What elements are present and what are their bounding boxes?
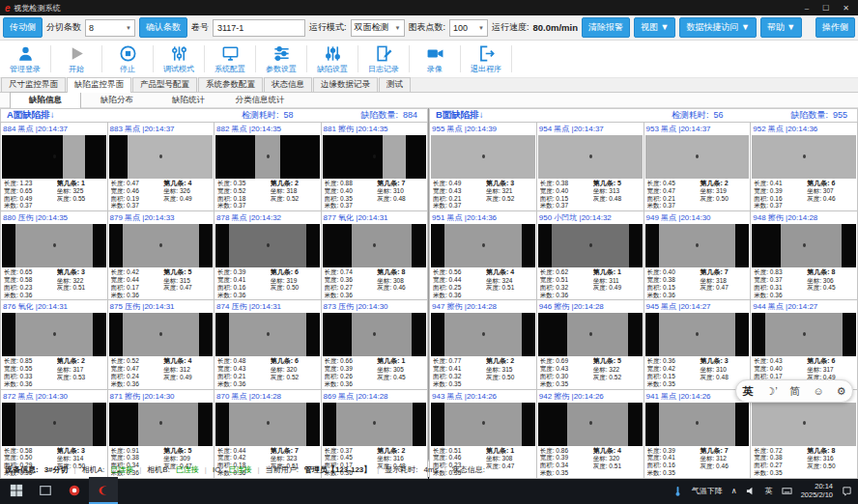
start-button[interactable] bbox=[2, 477, 31, 504]
defect-cell[interactable]: 883 黑点 |20:14:37 长度: 0.47 宽度: 0.46 面积: 0… bbox=[108, 123, 214, 210]
defect-cell[interactable]: 942 擦伤 |20:14:26 长度: 0.86 宽度: 0.39 面积: 0… bbox=[537, 390, 644, 478]
defect-image[interactable] bbox=[109, 135, 214, 179]
defect-image[interactable] bbox=[645, 403, 750, 446]
chart-points-select[interactable]: 100▼ bbox=[449, 19, 488, 37]
defect-image[interactable] bbox=[109, 403, 214, 446]
clear-alarm-button[interactable]: 清除报警 bbox=[582, 17, 630, 38]
defect-cell[interactable]: 879 黑点 |20:14:33 长度: 0.42 宽度: 0.44 面积: 0… bbox=[108, 211, 214, 299]
defect-image[interactable] bbox=[2, 135, 106, 179]
defect-image[interactable] bbox=[323, 224, 427, 267]
ime-toolbar[interactable]: 英☽’简☺⚙ bbox=[735, 379, 853, 403]
defect-cell[interactable]: 941 黑点 |20:14:26 长度: 0.39 宽度: 0.41 面积: 0… bbox=[644, 390, 751, 478]
subtab-0[interactable]: 缺陷信息 bbox=[10, 92, 81, 109]
defect-cell[interactable]: 948 擦伤 |20:14:28 长度: 0.83 宽度: 0.37 面积: 0… bbox=[751, 211, 857, 299]
tray-expand-caret[interactable]: ∧ bbox=[731, 487, 737, 495]
toolbar-button-camera[interactable]: 录像 bbox=[410, 41, 460, 77]
defect-cell[interactable]: 955 黑点 |20:14:39 长度: 0.49 宽度: 0.43 面积: 0… bbox=[430, 123, 536, 210]
ime-simplified[interactable]: 简 bbox=[790, 384, 801, 399]
defect-image[interactable] bbox=[109, 313, 214, 356]
defect-image[interactable] bbox=[323, 135, 427, 179]
defect-cell[interactable]: 873 压伤 |20:14:30 长度: 0.66 宽度: 0.39 面积: 0… bbox=[322, 300, 428, 388]
defect-image[interactable] bbox=[752, 313, 856, 356]
defect-cell[interactable]: 945 黑点 |20:14:27 长度: 0.36 宽度: 0.42 面积: 0… bbox=[644, 300, 751, 388]
toolbar-button-user[interactable]: 管理登录 bbox=[0, 41, 50, 77]
task-view-button[interactable] bbox=[31, 477, 60, 504]
keyboard-icon[interactable] bbox=[782, 486, 792, 496]
tab-4[interactable]: 状态信息 bbox=[264, 77, 312, 92]
toolbar-button-stop[interactable]: 停止 bbox=[102, 41, 153, 77]
defect-cell[interactable]: 946 擦伤 |20:14:28 长度: 0.69 宽度: 0.43 面积: 0… bbox=[537, 300, 644, 388]
defect-image[interactable] bbox=[645, 224, 750, 267]
defect-cell[interactable]: 878 黑点 |20:14:32 长度: 0.39 宽度: 0.41 面积: 0… bbox=[214, 211, 321, 299]
tab-6[interactable]: 测试 bbox=[379, 77, 411, 92]
tab-3[interactable]: 系统参数配置 bbox=[198, 77, 263, 92]
confirm-strips-button[interactable]: 确认条数 bbox=[139, 17, 187, 38]
defect-cell[interactable]: 880 压伤 |20:14:35 长度: 0.65 宽度: 0.58 面积: 0… bbox=[1, 211, 107, 299]
defect-cell[interactable]: 944 黑点 |20:14:27 长度: 0.43 宽度: 0.40 面积: 0… bbox=[751, 300, 857, 388]
taskbar-clock[interactable]: 20:14 2025/2/10 bbox=[801, 482, 833, 500]
weather-text[interactable]: 气温下降 bbox=[692, 486, 723, 496]
ime-moon[interactable]: ☽’ bbox=[765, 385, 777, 398]
defect-image[interactable] bbox=[215, 313, 320, 356]
operate-side-button[interactable]: 操作侧 bbox=[815, 17, 855, 38]
defect-image[interactable] bbox=[645, 135, 750, 179]
toolbar-button-monitor[interactable]: 系统配置 bbox=[205, 41, 255, 77]
notification-center-icon[interactable] bbox=[842, 486, 852, 496]
defect-image[interactable] bbox=[323, 313, 427, 356]
defect-image[interactable] bbox=[538, 403, 643, 446]
defect-cell[interactable]: 884 黑点 |20:14:37 长度: 1.23 宽度: 0.65 面积: 0… bbox=[1, 123, 107, 210]
defect-cell[interactable]: 875 压伤 |20:14:31 长度: 0.52 宽度: 0.47 面积: 0… bbox=[108, 300, 214, 388]
defect-cell[interactable]: 949 黑点 |20:14:30 长度: 0.40 宽度: 0.38 面积: 0… bbox=[644, 211, 751, 299]
defect-cell[interactable]: 876 氧化 |20:14:31 长度: 0.85 宽度: 0.55 面积: 0… bbox=[1, 300, 107, 388]
defect-image[interactable] bbox=[431, 403, 535, 446]
toolbar-button-sliders-h[interactable]: 参数设置 bbox=[256, 41, 306, 77]
help-menu-button[interactable]: 帮助 ▼ bbox=[760, 17, 802, 38]
defect-cell[interactable]: 953 黑点 |20:14:37 长度: 0.45 宽度: 0.47 面积: 0… bbox=[644, 123, 751, 210]
defect-cell[interactable]: 940 擦伤 |20:14:26 长度: 0.72 宽度: 0.38 面积: 0… bbox=[751, 390, 857, 478]
maximize-button[interactable]: ☐ bbox=[822, 4, 829, 13]
ime-settings[interactable]: ⚙ bbox=[837, 385, 846, 398]
defect-image[interactable] bbox=[215, 224, 320, 267]
defect-cell[interactable]: 882 黑点 |20:14:35 长度: 0.35 宽度: 0.52 面积: 0… bbox=[214, 123, 321, 210]
run-mode-select[interactable]: 双面检测▼ bbox=[351, 19, 405, 37]
language-indicator[interactable]: 英 bbox=[765, 486, 773, 496]
defect-image[interactable] bbox=[431, 135, 535, 179]
tab-5[interactable]: 边缘数据记录 bbox=[313, 77, 378, 92]
inspection-app-taskbar-icon[interactable] bbox=[89, 477, 118, 504]
defect-image[interactable] bbox=[431, 313, 535, 356]
subtab-2[interactable]: 缺陷统计 bbox=[153, 93, 224, 108]
defect-cell[interactable]: 877 氧化 |20:14:31 长度: 0.74 宽度: 0.36 面积: 0… bbox=[322, 211, 428, 299]
ime-emoji[interactable]: ☺ bbox=[813, 385, 823, 397]
defect-image[interactable] bbox=[323, 403, 427, 446]
defect-cell[interactable]: 951 黑点 |20:14:36 长度: 0.56 宽度: 0.44 面积: 0… bbox=[430, 211, 536, 299]
drive-side-button[interactable]: 传动侧 bbox=[3, 17, 43, 38]
defect-image[interactable] bbox=[645, 313, 750, 356]
tab-1[interactable]: 缺陷监控界面 bbox=[67, 77, 131, 93]
defect-image[interactable] bbox=[538, 313, 643, 356]
defect-cell[interactable]: 950 小凹坑 |20:14:32 长度: 0.62 宽度: 0.51 面积: … bbox=[537, 211, 644, 299]
defect-cell[interactable]: 954 黑点 |20:14:37 长度: 0.38 宽度: 0.40 面积: 0… bbox=[537, 123, 644, 210]
strip-count-select[interactable]: 8▼ bbox=[85, 19, 135, 37]
defect-cell[interactable]: 947 擦伤 |20:14:28 长度: 0.77 宽度: 0.41 面积: 0… bbox=[430, 300, 536, 388]
defect-image[interactable] bbox=[538, 224, 643, 267]
toolbar-button-log[interactable]: 日志记录 bbox=[358, 41, 409, 77]
view-menu-button[interactable]: 视图 ▼ bbox=[634, 17, 675, 38]
subtab-1[interactable]: 缺陷分布 bbox=[81, 93, 153, 108]
ime-lang[interactable]: 英 bbox=[742, 384, 753, 399]
defect-image[interactable] bbox=[215, 135, 320, 179]
defect-image[interactable] bbox=[752, 135, 856, 179]
toolbar-button-play[interactable]: 开始 bbox=[51, 41, 101, 77]
defect-image[interactable] bbox=[109, 224, 214, 267]
defect-image[interactable] bbox=[215, 403, 320, 446]
defect-image[interactable] bbox=[2, 224, 106, 267]
subtab-3[interactable]: 分类信息统计 bbox=[224, 93, 296, 108]
toolbar-button-tune[interactable]: 调试模式 bbox=[154, 41, 204, 77]
quick-access-menu-button[interactable]: 数据快捷访问 ▼ bbox=[679, 17, 756, 38]
defect-image[interactable] bbox=[752, 403, 856, 446]
defect-cell[interactable]: 874 压伤 |20:14:31 长度: 0.48 宽度: 0.43 面积: 0… bbox=[214, 300, 321, 388]
close-button[interactable]: ✕ bbox=[843, 4, 849, 13]
defect-image[interactable] bbox=[538, 135, 643, 179]
tab-0[interactable]: 尺寸监控界面 bbox=[1, 77, 66, 92]
defect-image[interactable] bbox=[431, 224, 535, 267]
tab-2[interactable]: 产品型号配置 bbox=[132, 77, 197, 92]
